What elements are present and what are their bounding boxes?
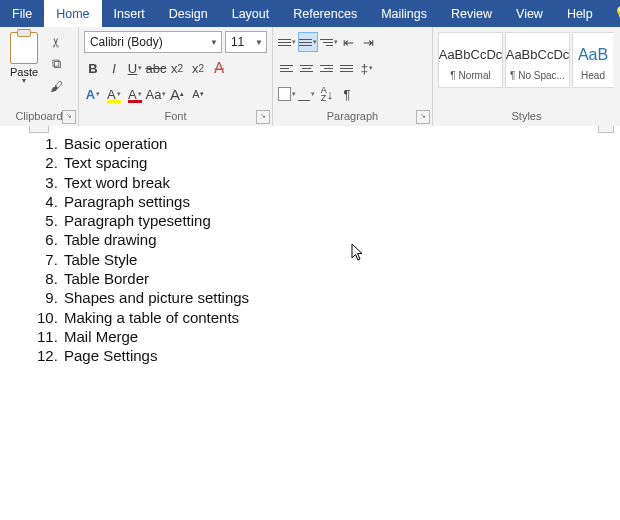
ribbon: Paste ▼ ✂ ⧉ 🖌 Clipboard ↘ Calibri (Body)… [0,27,620,127]
paste-dropdown-icon[interactable]: ▼ [21,77,28,84]
tab-references[interactable]: References [281,0,369,27]
group-paragraph: ▾ ▾ ▾ ⇤ ⇥ ‡▾ ▾ ▾ AZ↓ ¶ Paragraph ↘ [273,27,433,126]
bullets-button[interactable]: ▾ [278,33,296,51]
list-item[interactable]: Making a table of contents [62,308,620,327]
font-name-value: Calibri (Body) [90,35,163,49]
group-font: Calibri (Body)▼ 11▼ B I U▾ abc x2 x2 A̶ … [79,27,273,126]
tab-design[interactable]: Design [157,0,220,27]
style-no-spacing[interactable]: AaBbCcDc ¶ No Spac... [505,32,570,88]
show-marks-button[interactable]: ¶ [338,85,356,103]
tab-home[interactable]: Home [44,0,101,27]
list-item[interactable]: Table Border [62,269,620,288]
tab-layout[interactable]: Layout [220,0,282,27]
italic-button[interactable]: I [105,59,123,77]
line-spacing-button[interactable]: ‡▾ [358,59,376,77]
list-item[interactable]: Table drawing [62,230,620,249]
tab-mailings[interactable]: Mailings [369,0,439,27]
tab-insert[interactable]: Insert [102,0,157,27]
list-item[interactable]: Paragraph typesetting [62,211,620,230]
tell-me-icon[interactable]: 💡 [605,0,620,27]
style-name: ¶ No Spac... [510,70,565,81]
align-left-icon[interactable] [278,59,296,77]
shading-button[interactable]: ▾ [278,85,296,103]
list-item[interactable]: Page Settings [62,346,620,365]
ruler-marker-left[interactable] [29,126,49,133]
paragraph-launcher-icon[interactable]: ↘ [416,110,430,124]
text-effects-button[interactable]: A▾ [84,85,102,103]
tab-help[interactable]: Help [555,0,605,27]
list-item[interactable]: Table Style [62,250,620,269]
tab-review[interactable]: Review [439,0,504,27]
bold-button[interactable]: B [84,59,102,77]
font-launcher-icon[interactable]: ↘ [256,110,270,124]
align-right-icon[interactable] [318,59,336,77]
group-label-font: Font [84,109,267,125]
font-size-combo[interactable]: 11▼ [225,31,267,53]
numbering-button[interactable]: ▾ [298,32,318,52]
justify-icon[interactable] [338,59,356,77]
increase-indent-icon[interactable]: ⇥ [360,33,378,51]
strike-button[interactable]: abc [147,59,165,77]
copy-icon[interactable]: ⧉ [47,56,65,72]
grow-font-button[interactable]: A▴ [168,85,186,103]
numbered-list[interactable]: Basic operationText spacingText word bre… [62,134,620,366]
font-color-button[interactable]: A▾ [126,85,144,103]
superscript-button[interactable]: x2 [189,59,207,77]
chevron-down-icon: ▼ [206,38,218,47]
group-clipboard: Paste ▼ ✂ ⧉ 🖌 Clipboard ↘ [0,27,79,126]
list-item[interactable]: Paragraph settings [62,192,620,211]
tab-file[interactable]: File [0,0,44,27]
style-name: ¶ Normal [450,70,490,81]
clipboard-launcher-icon[interactable]: ↘ [62,110,76,124]
page: Basic operationText spacingText word bre… [0,126,620,366]
multilevel-button[interactable]: ▾ [320,33,338,51]
tab-view[interactable]: View [504,0,555,27]
style-name: Head [581,70,605,81]
style-normal[interactable]: AaBbCcDc ¶ Normal [438,32,503,88]
style-heading[interactable]: AaB Head [572,32,613,88]
style-preview: AaB [578,40,608,70]
chevron-down-icon: ▼ [251,38,263,47]
list-item[interactable]: Text spacing [62,153,620,172]
list-item[interactable]: Basic operation [62,134,620,153]
paste-icon[interactable] [10,32,38,64]
cut-icon[interactable]: ✂ [48,33,64,51]
sort-button[interactable]: AZ↓ [318,85,336,103]
list-item[interactable]: Shapes and picture settings [62,288,620,307]
change-case-button[interactable]: Aa▾ [147,85,165,103]
group-label-paragraph: Paragraph [278,109,427,125]
clear-format-icon[interactable]: A̶ [210,59,228,77]
highlight-button[interactable]: A▾ [105,85,123,103]
align-center-icon[interactable] [298,59,316,77]
subscript-button[interactable]: x2 [168,59,186,77]
shrink-font-button[interactable]: A▾ [189,85,207,103]
font-size-value: 11 [231,35,244,49]
borders-button[interactable]: ▾ [298,85,316,103]
ruler-marker-right[interactable] [598,126,614,133]
format-painter-icon[interactable]: 🖌 [47,78,65,94]
style-preview: AaBbCcDc [439,40,503,70]
group-label-styles: Styles [438,109,615,125]
list-item[interactable]: Text word break [62,173,620,192]
style-preview: AaBbCcDc [506,40,570,70]
font-name-combo[interactable]: Calibri (Body)▼ [84,31,222,53]
document-area[interactable]: Basic operationText spacingText word bre… [0,126,620,520]
underline-button[interactable]: U▾ [126,59,144,77]
list-item[interactable]: Mail Merge [62,327,620,346]
ribbon-tabs: File Home Insert Design Layout Reference… [0,0,620,27]
decrease-indent-icon[interactable]: ⇤ [340,33,358,51]
group-styles: AaBbCcDc ¶ Normal AaBbCcDc ¶ No Spac... … [433,27,620,126]
